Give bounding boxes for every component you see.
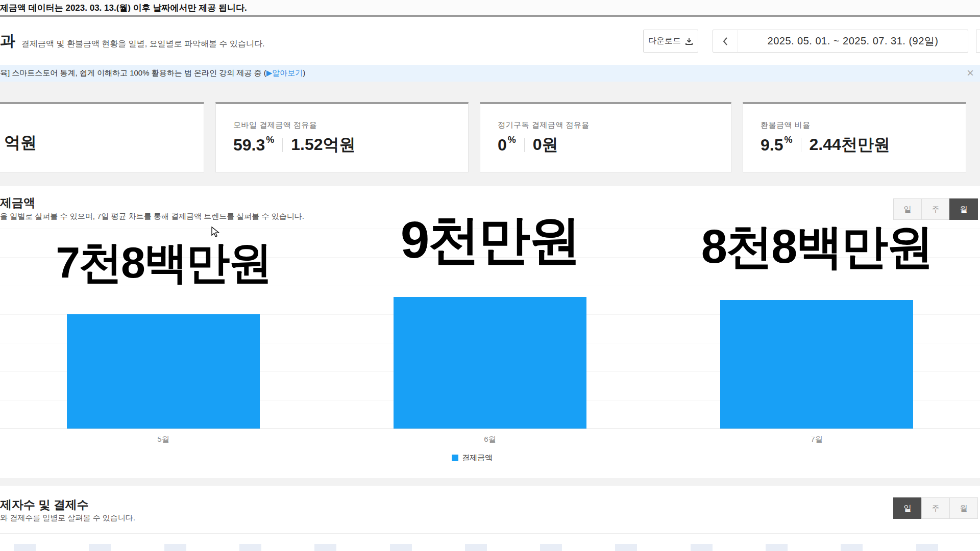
mini-bar[interactable] xyxy=(916,544,938,551)
card-amount: 2.44천만원 xyxy=(810,134,890,156)
promo-banner: 육] 스마트스토어 통계, 쉽게 이해하고 100% 활용하는 법 온라인 강의… xyxy=(0,65,980,82)
prev-period-button[interactable] xyxy=(713,30,738,52)
summary-card-subscription-share: 정기구독 결제금액 점유율 0% 0원 xyxy=(480,102,731,172)
banner-text-after: ) xyxy=(303,68,305,77)
x-axis-label: 6월 xyxy=(327,435,653,444)
payment-bar-5월[interactable] xyxy=(67,314,260,429)
card-label: 정기구독 결제금액 점유율 xyxy=(498,120,590,130)
banner-text-before: 육] 스마트스토어 통계, 쉽게 이해하고 100% 활용하는 법 온라인 강의… xyxy=(0,68,266,77)
page-title: 과 xyxy=(0,31,15,52)
top-notice-strip: 제금액 데이터는 2023. 03. 13.(월) 이후 날짜에서만 제공 됩니… xyxy=(0,0,980,17)
download-icon xyxy=(685,37,693,45)
chart-legend: 결제금액 xyxy=(452,453,493,463)
mini-bar[interactable] xyxy=(14,544,36,551)
card-amount: 1.52억원 xyxy=(291,134,355,156)
close-icon[interactable]: × xyxy=(967,66,974,80)
legend-label: 결제금액 xyxy=(462,453,493,463)
page-subtitle: 결제금액 및 환불금액 현황을 일별, 요일별로 파악해볼 수 있습니다. xyxy=(21,39,264,49)
mini-bar[interactable] xyxy=(691,544,713,551)
chevron-left-icon xyxy=(722,36,729,46)
mini-bar[interactable] xyxy=(89,544,111,551)
mini-bar[interactable] xyxy=(164,544,186,551)
summary-card-mobile-share: 모바일 결제금액 점유율 59.3% 1.52억원 xyxy=(215,102,469,172)
payment-section-title: 제금액 xyxy=(0,195,35,211)
x-axis-label: 5월 xyxy=(0,435,327,444)
play-icon: ▶ xyxy=(266,68,273,77)
toggle-month[interactable]: 월 xyxy=(949,497,978,519)
summary-card-amount: 억원 xyxy=(4,132,37,154)
bar-value-label: 9천만원 xyxy=(401,206,580,276)
payer-count-title: 제자수 및 결제수 xyxy=(0,497,89,513)
payer-count-panel xyxy=(0,486,980,551)
mini-bar[interactable] xyxy=(465,544,487,551)
card-percent-unit: % xyxy=(784,135,792,145)
bar-value-label: 8천8백만원 xyxy=(701,215,932,279)
section-divider xyxy=(0,533,980,534)
mini-bar[interactable] xyxy=(239,544,261,551)
card-amount: 0원 xyxy=(533,134,558,156)
toggle-week[interactable]: 주 xyxy=(921,497,950,519)
payer-count-desc: 와 결제수를 일별로 살펴볼 수 있습니다. xyxy=(0,513,135,523)
mini-bar[interactable] xyxy=(615,544,637,551)
download-button[interactable]: 다운로드 xyxy=(643,30,698,53)
payment-bar-7월[interactable] xyxy=(720,300,913,429)
card-percent: 0 xyxy=(498,136,507,155)
download-button-label: 다운로드 xyxy=(648,36,681,46)
date-range-display[interactable]: 2025. 05. 01. ~ 2025. 07. 31. (92일) xyxy=(738,30,968,52)
card-percent: 59.3 xyxy=(233,136,265,155)
bar-slot: 7천8백만원5월 xyxy=(0,219,327,454)
card-label: 환불금액 비율 xyxy=(761,120,811,130)
date-range-picker: 2025. 05. 01. ~ 2025. 07. 31. (92일) xyxy=(713,30,968,53)
smartstore-stats-page: 제금액 데이터는 2023. 03. 13.(월) 이후 날짜에서만 제공 됩니… xyxy=(0,0,980,551)
card-percent-unit: % xyxy=(508,135,516,145)
value-divider xyxy=(801,138,801,152)
mini-bar[interactable] xyxy=(766,544,788,551)
card-value: 9.5% 2.44천만원 xyxy=(761,134,890,156)
payment-bar-6월[interactable] xyxy=(394,297,586,429)
mini-bar[interactable] xyxy=(540,544,562,551)
payer-count-period-toggle: 일 주 월 xyxy=(894,497,978,519)
toggle-month[interactable]: 월 xyxy=(949,198,978,220)
legend-swatch xyxy=(452,455,458,461)
card-percent: 9.5 xyxy=(761,136,783,155)
bar-slot: 9천만원6월 xyxy=(327,219,653,454)
next-period-button[interactable] xyxy=(976,30,980,53)
summary-card-refund-rate: 환불금액 비율 9.5% 2.44천만원 xyxy=(743,102,966,172)
card-label: 모바일 결제금액 점유율 xyxy=(233,120,317,130)
value-divider xyxy=(524,138,525,152)
value-divider xyxy=(282,138,283,152)
card-percent-unit: % xyxy=(266,135,274,145)
x-axis-label: 7월 xyxy=(653,435,980,444)
toggle-day[interactable]: 일 xyxy=(893,497,922,519)
mini-bar[interactable] xyxy=(841,544,863,551)
bar-slot: 8천8백만원7월 xyxy=(653,219,980,454)
payment-bar-chart: 7천8백만원5월9천만원6월8천8백만원7월 xyxy=(0,219,980,454)
mini-bar[interactable] xyxy=(314,544,336,551)
card-value: 0% 0원 xyxy=(498,134,558,156)
banner-learn-more-link[interactable]: 알아보기 xyxy=(272,68,303,77)
bar-value-label: 7천8백만원 xyxy=(56,233,271,293)
promo-banner-text: 육] 스마트스토어 통계, 쉽게 이해하고 100% 활용하는 법 온라인 강의… xyxy=(0,68,305,78)
notice-text: 제금액 데이터는 2023. 03. 13.(월) 이후 날짜에서만 제공 됩니… xyxy=(0,2,247,14)
card-value: 59.3% 1.52억원 xyxy=(233,134,356,156)
mouse-cursor xyxy=(211,227,222,238)
mini-bar[interactable] xyxy=(390,544,412,551)
